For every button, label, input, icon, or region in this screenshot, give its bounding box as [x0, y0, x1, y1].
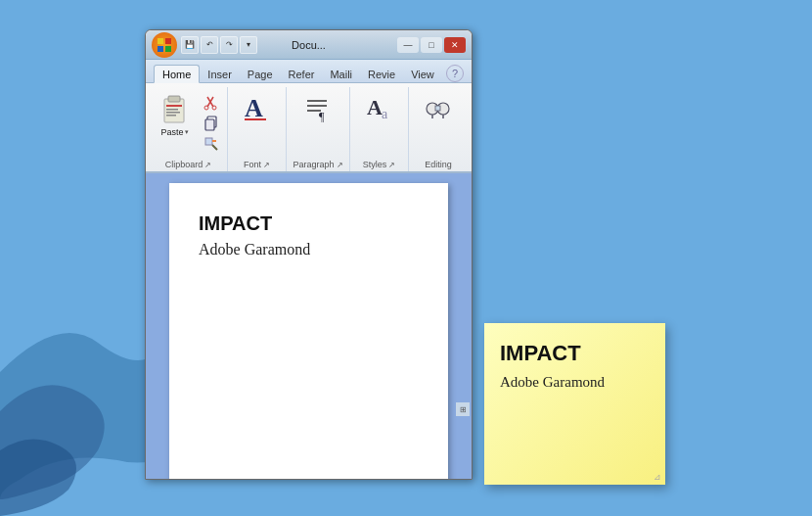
ribbon-group-styles: A a Styles ↗ — [350, 87, 409, 171]
word-window: 💾 ↶ ↷ ▾ Docu... — □ ✕ Home Inser Page Re… — [145, 29, 473, 480]
maximize-button[interactable]: □ — [421, 37, 442, 53]
svg-point-13 — [204, 106, 208, 110]
svg-rect-30 — [435, 106, 440, 111]
font-label: Font ↗ — [240, 158, 274, 171]
clipboard-expand[interactable]: ↗ — [204, 161, 211, 169]
font-expand[interactable]: ↗ — [263, 161, 270, 169]
styles-icon: A a — [364, 93, 395, 124]
sticky-note: IMPACT Adobe Garamond ⊿ — [484, 323, 665, 485]
font-button[interactable]: A — [238, 91, 277, 126]
editing-button[interactable] — [419, 91, 458, 126]
svg-rect-1 — [158, 38, 163, 44]
document-scroll[interactable]: IMPACT Adobe Garamond — [146, 173, 472, 479]
paragraph-button[interactable]: ¶ — [298, 91, 338, 126]
svg-point-14 — [212, 106, 216, 110]
document-area: ⊞ IMPACT Adobe Garamond — [146, 173, 472, 479]
tab-review[interactable]: Revie — [360, 66, 403, 82]
format-painter-button[interactable] — [199, 134, 224, 154]
svg-rect-2 — [165, 38, 171, 44]
ribbon: Paste ▾ — [146, 83, 472, 173]
svg-rect-7 — [166, 105, 182, 107]
ribbon-group-font: A Font ↗ — [228, 87, 287, 171]
office-button[interactable] — [152, 32, 177, 58]
styles-buttons: A a — [360, 87, 399, 158]
paragraph-label: Paragraph ↗ — [289, 158, 346, 171]
tab-home[interactable]: Home — [154, 65, 200, 83]
close-button[interactable]: ✕ — [444, 37, 466, 53]
ribbon-expand-handle[interactable]: ⊞ — [456, 402, 470, 416]
font-icon: A — [242, 93, 273, 124]
tab-view[interactable]: View — [403, 66, 442, 82]
editing-buttons — [419, 87, 458, 158]
editing-label: Editing — [421, 158, 456, 171]
ribbon-group-editing: Editing — [409, 87, 468, 171]
svg-rect-6 — [168, 96, 180, 102]
svg-rect-4 — [165, 46, 171, 52]
paste-icon — [159, 93, 191, 124]
sticky-garamond-text: Adobe Garamond — [500, 374, 650, 391]
svg-text:A: A — [245, 94, 263, 122]
clipboard-small-buttons — [199, 91, 224, 154]
styles-expand[interactable]: ↗ — [388, 161, 395, 169]
document-page: IMPACT Adobe Garamond — [169, 183, 448, 479]
svg-rect-9 — [166, 112, 180, 114]
minimize-button[interactable]: — — [397, 37, 419, 53]
tab-mailings[interactable]: Maili — [322, 66, 360, 82]
paragraph-buttons: ¶ — [298, 87, 338, 158]
svg-rect-3 — [158, 46, 163, 52]
paragraph-icon: ¶ — [302, 93, 334, 124]
page-text-garamond: Adobe Garamond — [199, 241, 419, 258]
svg-text:¶: ¶ — [319, 110, 325, 123]
styles-label: Styles ↗ — [359, 158, 400, 171]
tab-page[interactable]: Page — [240, 66, 281, 82]
svg-rect-5 — [164, 99, 184, 122]
ribbon-group-paragraph: ¶ Paragraph ↗ — [287, 87, 350, 171]
ribbon-tabs: Home Inser Page Refer Maili Revie View ? — [146, 60, 472, 83]
help-button[interactable]: ? — [446, 65, 464, 82]
window-controls: — □ ✕ — [397, 37, 466, 53]
quick-access-toolbar: 💾 ↶ ↷ ▾ — [181, 36, 257, 54]
save-quick-btn[interactable]: 💾 — [181, 36, 199, 54]
paste-label: Paste — [160, 127, 183, 137]
svg-line-18 — [212, 145, 217, 150]
styles-button[interactable]: A a — [360, 91, 399, 126]
tab-insert[interactable]: Inser — [200, 66, 239, 82]
paragraph-expand[interactable]: ↗ — [337, 161, 343, 169]
font-buttons: A — [238, 87, 277, 158]
title-bar: 💾 ↶ ↷ ▾ Docu... — □ ✕ — [146, 30, 472, 60]
redo-quick-btn[interactable]: ↷ — [220, 36, 238, 54]
quick-dropdown-btn[interactable]: ▾ — [240, 36, 257, 54]
editing-icon — [423, 93, 454, 124]
svg-rect-17 — [205, 138, 212, 145]
paste-button[interactable] — [154, 91, 197, 126]
clipboard-label: Clipboard ↗ — [161, 158, 216, 171]
copy-button[interactable] — [199, 114, 224, 133]
cut-button[interactable] — [199, 93, 224, 113]
svg-rect-10 — [166, 115, 176, 117]
undo-quick-btn[interactable]: ↶ — [201, 36, 218, 54]
ribbon-group-clipboard: Paste ▾ — [150, 87, 228, 171]
clipboard-buttons: Paste ▾ — [154, 87, 224, 158]
page-text-impact: IMPACT — [199, 212, 419, 235]
svg-rect-16 — [205, 119, 214, 130]
title-bar-left: 💾 ↶ ↷ ▾ — [152, 32, 257, 58]
svg-rect-8 — [166, 109, 178, 111]
svg-text:A: A — [367, 95, 383, 119]
sticky-impact-text: IMPACT — [500, 341, 650, 366]
window-title: Docu... — [292, 39, 326, 51]
sticky-resize-handle[interactable]: ⊿ — [654, 472, 661, 482]
paste-dropdown[interactable]: ▾ — [185, 128, 189, 136]
svg-text:a: a — [382, 107, 388, 121]
tab-references[interactable]: Refer — [281, 66, 323, 82]
